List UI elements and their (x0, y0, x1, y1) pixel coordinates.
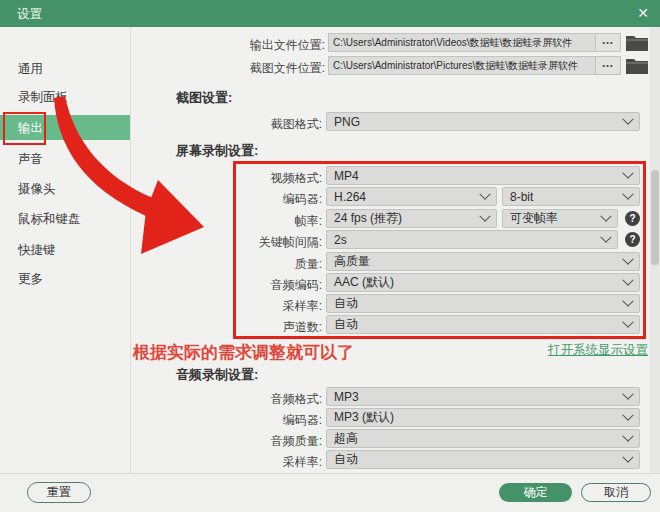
audio-encoder-label: 编码器: (210, 412, 322, 429)
cancel-button[interactable]: 取消 (581, 483, 651, 502)
chevron-down-icon (622, 274, 633, 285)
framerate-dropdown[interactable]: 24 fps (推荐) (326, 209, 497, 228)
chevron-down-icon (622, 167, 633, 178)
screenshot-location-label: 截图文件位置: (213, 60, 325, 77)
audio-codec-dropdown[interactable]: AAC (默认) (326, 273, 640, 292)
chevron-down-icon (622, 451, 633, 462)
encoder-label: 编码器: (210, 191, 322, 208)
output-folder-icon[interactable] (626, 34, 648, 51)
chevron-down-icon (479, 210, 490, 221)
sidebar: 通用 录制面板 输出 声音 摄像头 鼠标和键盘 快捷键 更多 (0, 27, 131, 473)
audio-quality-label: 音频质量: (210, 433, 322, 450)
sidebar-item-output-label: 输出 (18, 120, 43, 137)
window-title: 设置 (17, 6, 42, 23)
audio-recording-heading: 音频录制设置: (176, 366, 258, 384)
audio-format-label: 音频格式: (210, 391, 322, 408)
channels-dropdown[interactable]: 自动 (326, 315, 640, 334)
keyframe-help-icon[interactable]: ? (625, 232, 640, 247)
screen-recording-heading: 屏幕录制设置: (176, 142, 258, 160)
screenshot-location-field[interactable]: C:\Users\Administrator\Pictures\数据蛙\数据蛙录… (328, 56, 596, 75)
ok-button[interactable]: 确定 (499, 483, 572, 502)
chevron-down-icon (622, 188, 633, 199)
sidebar-item-sound[interactable]: 声音 (18, 151, 43, 168)
sample-rate-label: 采样率: (210, 298, 322, 315)
output-location-field[interactable]: C:\Users\Administrator\Videos\数据蛙\数据蛙录屏软… (328, 33, 596, 52)
sidebar-item-mouse-keyboard[interactable]: 鼠标和键盘 (18, 211, 81, 228)
chevron-down-icon (622, 316, 633, 327)
audio-encoder-dropdown[interactable]: MP3 (默认) (326, 408, 640, 427)
chevron-down-icon (622, 409, 633, 420)
open-system-display-settings-link[interactable]: 打开系统显示设置 (500, 342, 648, 359)
screenshot-folder-icon[interactable] (626, 57, 648, 74)
screenshot-format-label: 截图格式: (210, 116, 322, 133)
bit-depth-dropdown[interactable]: 8-bit (502, 187, 640, 206)
chevron-down-icon (622, 295, 633, 306)
audio-quality-dropdown[interactable]: 超高 (326, 429, 640, 448)
output-location-browse-button[interactable]: … (595, 33, 621, 52)
scrollbar-track[interactable] (650, 27, 660, 473)
chevron-down-icon (622, 253, 633, 264)
video-format-dropdown[interactable]: MP4 (326, 166, 640, 185)
reset-button[interactable]: 重置 (27, 482, 91, 503)
chevron-down-icon (600, 231, 611, 242)
annotation-text: 根据实际的需求调整就可以了 (133, 341, 354, 364)
sidebar-item-hotkeys[interactable]: 快捷键 (18, 242, 56, 259)
channels-label: 声道数: (210, 319, 322, 336)
sidebar-item-output[interactable]: 输出 (0, 115, 130, 140)
framerate-mode-dropdown[interactable]: 可变帧率 (502, 209, 618, 228)
sidebar-item-camera[interactable]: 摄像头 (18, 181, 56, 198)
quality-label: 质量: (210, 256, 322, 273)
audio-sample-rate-label: 采样率: (210, 454, 322, 471)
keyframe-interval-dropdown[interactable]: 2s (326, 230, 618, 249)
output-location-label: 输出文件位置: (213, 37, 325, 54)
sidebar-item-more[interactable]: 更多 (18, 271, 43, 288)
screenshot-settings-heading: 截图设置: (176, 89, 232, 107)
keyframe-interval-label: 关键帧间隔: (210, 234, 322, 251)
screenshot-location-browse-button[interactable]: … (595, 56, 621, 75)
titlebar: 设置 ✕ (0, 0, 660, 27)
scrollbar-thumb[interactable] (651, 170, 659, 265)
sample-rate-dropdown[interactable]: 自动 (326, 294, 640, 313)
chevron-down-icon (622, 430, 633, 441)
encoder-dropdown[interactable]: H.264 (326, 187, 497, 206)
framerate-label: 帧率: (210, 213, 322, 230)
audio-sample-rate-dropdown[interactable]: 自动 (326, 450, 640, 469)
sidebar-item-record-panel[interactable]: 录制面板 (18, 89, 68, 106)
settings-window: 设置 ✕ 通用 录制面板 输出 声音 摄像头 鼠标和键盘 快捷键 更多 输出文件… (0, 0, 660, 512)
close-icon[interactable]: ✕ (633, 4, 653, 23)
chevron-down-icon (600, 210, 611, 221)
screenshot-format-dropdown[interactable]: PNG (326, 112, 640, 131)
chevron-down-icon (622, 113, 633, 124)
quality-dropdown[interactable]: 高质量 (326, 252, 640, 271)
video-format-label: 视频格式: (210, 170, 322, 187)
audio-codec-label: 音频编码: (210, 277, 322, 294)
footer: 重置 确定 取消 (0, 473, 660, 512)
framerate-help-icon[interactable]: ? (625, 211, 640, 226)
audio-format-dropdown[interactable]: MP3 (326, 387, 640, 406)
sidebar-item-general[interactable]: 通用 (18, 61, 43, 78)
chevron-down-icon (622, 388, 633, 399)
chevron-down-icon (479, 188, 490, 199)
